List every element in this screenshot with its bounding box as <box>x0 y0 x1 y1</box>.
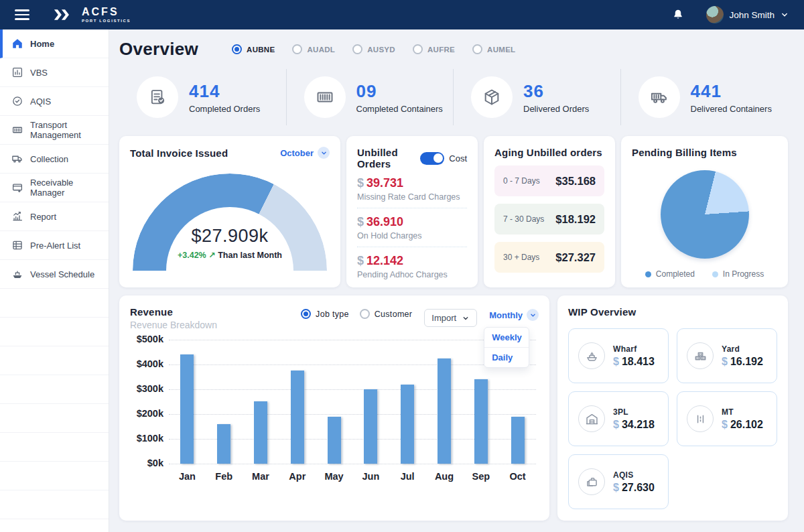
currency-symbol: $ <box>613 356 619 367</box>
invoice-period-select[interactable]: October <box>280 147 330 159</box>
chevron-down-icon <box>318 147 330 159</box>
wip-title: WIP Overview <box>568 306 777 318</box>
legend-item-completed: Completed <box>645 269 695 279</box>
sidebar-item-label: Transport Management <box>30 120 102 140</box>
bar-jan <box>169 354 206 464</box>
location-radio-aufre[interactable]: AUFRE <box>413 44 455 54</box>
location-radio-aumel[interactable]: AUMEL <box>472 44 515 54</box>
radio-icon <box>232 44 242 54</box>
bar-mar <box>243 401 279 464</box>
sidebar-item-aqis[interactable]: AQIS <box>0 87 109 116</box>
wip-tile-wharf: Wharf$18.413 <box>568 328 669 383</box>
sidebar-divider <box>0 289 109 318</box>
stat-completed-containers: 09Completed Containers <box>287 69 454 125</box>
x-axis-tick: Feb <box>206 471 243 482</box>
aging-range: 7 - 30 Days <box>503 214 544 224</box>
import-select-value: Import <box>431 313 456 323</box>
sidebar-item-label: Pre-Alert List <box>30 241 80 251</box>
sidebar-divider <box>0 375 109 404</box>
sidebar-item-vbs[interactable]: VBS <box>0 58 109 87</box>
sidebar-item-label: Home <box>30 39 54 49</box>
bar-rect <box>401 385 414 464</box>
package-icon <box>471 76 513 118</box>
revenue-radio-customer[interactable]: Customer <box>360 309 413 319</box>
sidebar-item-label: VBS <box>30 68 48 78</box>
bar-rect <box>217 424 230 464</box>
currency-symbol: $ <box>613 419 619 430</box>
location-radio-aubne[interactable]: AUBNE <box>232 44 275 54</box>
bar-rect <box>438 358 451 464</box>
sidebar-item-receivable-manager[interactable]: Receivable Manager <box>0 174 109 202</box>
sidebar-item-label: Report <box>30 212 56 222</box>
sidebar-item-collection[interactable]: Collection <box>0 145 109 174</box>
revenue-card: Revenue Revenue Breakdown Job typeCustom… <box>119 295 549 521</box>
bar-rect <box>364 389 377 464</box>
invoice-gauge-chart: $27.909k +3.42% ↗ Than last Month <box>133 174 327 274</box>
location-label: AUMEL <box>487 46 515 54</box>
chevron-down-icon <box>462 314 470 322</box>
period-select[interactable]: Monthly <box>489 309 539 321</box>
mt-icon <box>687 405 714 432</box>
stat-delivered-containers: 441Delivered Containers <box>621 69 789 125</box>
yard-icon <box>687 342 714 369</box>
sidebar-item-report[interactable]: Report <box>0 202 109 231</box>
x-axis-tick: Oct <box>499 471 536 482</box>
revenue-subtitle: Revenue Breakdown <box>130 320 217 330</box>
sidebar-divider <box>0 462 109 490</box>
wip-label: MT <box>722 407 763 417</box>
sidebar-item-pre-alert-list[interactable]: Pre-Alert List <box>0 231 109 260</box>
unbilled-orders-card: Unbilled Orders Cost $39.731Missing Rate… <box>346 136 478 287</box>
aging-row: 7 - 30 Days$18.192 <box>494 204 604 235</box>
currency-symbol: $ <box>357 176 364 190</box>
main-content: Overview AUBNEAUADLAUSYDAUFREAUMEL 414Co… <box>109 29 804 532</box>
revenue-radio-job-type[interactable]: Job type <box>301 309 349 319</box>
sidebar-item-vessel-schedule[interactable]: Vessel Schedule <box>0 260 109 289</box>
sidebar: HomeVBSAQISTransport ManagementCollectio… <box>0 29 109 532</box>
currency-symbol: $ <box>357 215 364 228</box>
pending-billing-card: Pending Billing Items CompletedIn Progre… <box>621 136 788 287</box>
revenue-radio-label: Job type <box>316 310 349 319</box>
cost-toggle-label: Cost <box>449 153 467 163</box>
unbilled-items-list: $39.731Missing Rate Card Charges$36.910O… <box>357 170 467 285</box>
hamburger-menu-icon[interactable] <box>15 9 29 20</box>
app-logo: ACFS PORT LOGISTICS <box>54 7 131 23</box>
sidebar-item-transport-management[interactable]: Transport Management <box>0 116 109 145</box>
bar-rect <box>511 417 525 464</box>
bars-area <box>169 340 536 464</box>
bar-sep <box>462 379 499 464</box>
invoice-total-value: $27.909k <box>133 226 327 247</box>
period-menu-item-daily[interactable]: Daily <box>484 347 529 367</box>
radio-icon <box>360 309 370 319</box>
period-menu-item-weekly[interactable]: Weekly <box>484 328 529 347</box>
currency-symbol: $ <box>357 254 364 267</box>
unbilled-card-title: Unbilled Orders <box>357 147 420 170</box>
location-radio-ausyd[interactable]: AUSYD <box>352 44 395 54</box>
stats-row: 414Completed Orders09Completed Container… <box>119 69 788 125</box>
aging-amount: $18.192 <box>555 213 596 226</box>
x-axis-tick: Jan <box>169 471 206 482</box>
cost-toggle[interactable] <box>420 152 444 165</box>
wip-value: $27.630 <box>613 482 655 494</box>
pie-legend: CompletedIn Progress <box>632 269 777 279</box>
wip-label: 3PL <box>613 407 655 417</box>
import-select[interactable]: Import <box>424 309 477 327</box>
revenue-title: Revenue <box>130 306 217 318</box>
bar-rect <box>291 371 304 464</box>
container-icon <box>304 76 346 118</box>
bar-rect <box>180 354 194 464</box>
notification-bell-icon[interactable] <box>671 8 685 21</box>
bar-rect <box>254 401 267 464</box>
legend-dot-icon <box>645 271 651 277</box>
wip-overview-card: WIP Overview Wharf$18.413Yard$16.1923PL$… <box>557 295 788 521</box>
wip-tile-mt: MT$26.102 <box>677 391 777 446</box>
wharf-icon <box>578 342 605 369</box>
sidebar-item-home[interactable]: Home <box>0 29 109 58</box>
stat-label: Completed Orders <box>189 104 260 114</box>
user-menu[interactable]: John Smith <box>706 6 789 23</box>
wip-tile-yard: Yard$16.192 <box>677 328 777 383</box>
legend-label: In Progress <box>723 269 764 279</box>
location-radio-auadl[interactable]: AUADL <box>292 44 335 54</box>
wip-tile-3pl: 3PL$34.218 <box>568 391 669 446</box>
unbilled-item: $36.910On Hold Charges <box>357 208 467 247</box>
aging-amount: $35.168 <box>555 175 596 188</box>
